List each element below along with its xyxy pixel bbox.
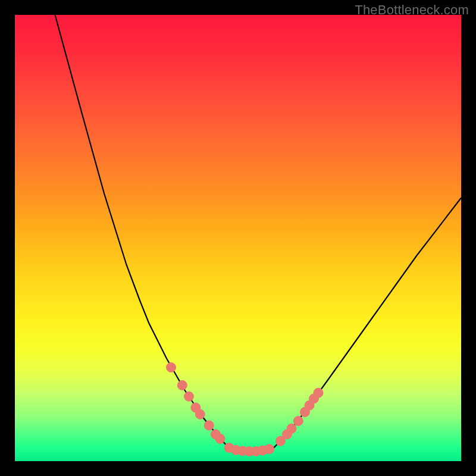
plot-area [15, 15, 461, 461]
chart-frame: TheBottleneck.com [0, 0, 476, 476]
bottleneck-curve [55, 15, 462, 452]
curve-svg [15, 15, 461, 461]
curve-marker [265, 444, 274, 454]
watermark-text: TheBottleneck.com [355, 2, 469, 18]
curve-marker [293, 416, 303, 426]
curve-marker [195, 409, 205, 419]
curve-marker [177, 381, 187, 390]
curve-marker [204, 421, 214, 430]
curve-marker [184, 392, 194, 401]
curve-marker [215, 434, 225, 444]
curve-marker [167, 363, 176, 372]
curve-markers [167, 363, 324, 456]
curve-marker [287, 424, 296, 433]
curve-marker [314, 388, 323, 397]
